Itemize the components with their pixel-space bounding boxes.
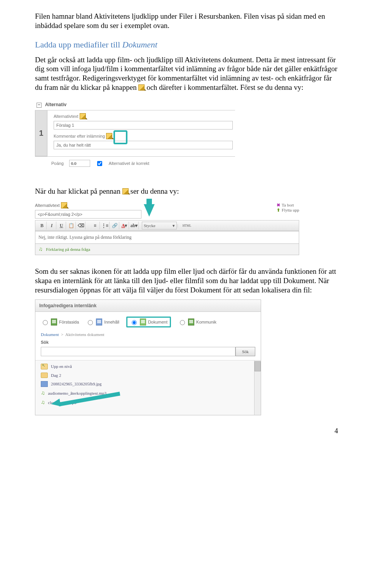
html-button[interactable]: HTML bbox=[178, 224, 193, 228]
unordered-list-button[interactable]: ⋮≡ bbox=[101, 222, 110, 229]
highlight-annotation bbox=[113, 130, 127, 144]
body-p3b: ser du denna vy: bbox=[131, 187, 179, 195]
tab-label: Innehåll bbox=[104, 320, 119, 324]
pencil-icon[interactable] bbox=[61, 202, 67, 208]
clear-button[interactable]: ⌫ bbox=[77, 222, 85, 229]
body-p2b: och därefter i kommentarfältet. Först se… bbox=[146, 83, 303, 91]
html-source-input[interactable]: <p>F&ouml;rslag 2</p> bbox=[35, 210, 141, 219]
correct-checkbox[interactable] bbox=[97, 161, 102, 166]
music-note-icon: ♫ bbox=[41, 390, 45, 396]
highlight-button[interactable]: ab▾ bbox=[130, 222, 139, 229]
tab-kommunik[interactable]: Kommunik bbox=[178, 318, 216, 326]
arrow-annotation bbox=[48, 392, 118, 412]
style-select[interactable]: Stycke▾ bbox=[142, 222, 177, 229]
scrollbar-thumb[interactable] bbox=[254, 361, 261, 371]
folder-up-icon bbox=[41, 364, 48, 369]
collapse-icon[interactable]: − bbox=[37, 103, 42, 108]
search-label: Sök bbox=[35, 340, 261, 346]
intro-paragraph: Filen hamnar bland Aktivitetens ljudklip… bbox=[35, 12, 338, 30]
points-label: Poäng bbox=[51, 161, 64, 166]
pencil-icon bbox=[138, 84, 145, 91]
remove-label: Ta bort bbox=[282, 203, 294, 207]
page-icon bbox=[140, 318, 146, 326]
page-icon bbox=[96, 318, 102, 326]
file-label: 2088242965_3336205fb9.jpg bbox=[51, 382, 101, 386]
tab-forstasida[interactable]: Förstasida bbox=[41, 318, 79, 326]
alternativ-title: Alternativ bbox=[45, 102, 66, 107]
points-input[interactable] bbox=[69, 160, 90, 167]
image-icon bbox=[41, 381, 48, 387]
arrow-up-icon: ⬆ bbox=[277, 208, 280, 212]
search-input[interactable] bbox=[41, 347, 235, 356]
tab-dokument[interactable]: Dokument bbox=[126, 317, 171, 327]
section-heading: Ladda upp mediafiler till Dokument bbox=[35, 40, 338, 50]
file-list: Upp en nivå Dag 2 2088242965_3336205fb9.… bbox=[35, 360, 261, 415]
moveup-label: Flytta upp bbox=[282, 208, 299, 212]
alt-text-input[interactable] bbox=[54, 121, 233, 130]
breadcrumb-root[interactable]: Dokument bbox=[41, 332, 59, 337]
attachment-link[interactable]: ♫ Förklaring på denna fråga bbox=[35, 244, 299, 255]
style-label: Stycke bbox=[144, 223, 155, 228]
tab-label: Förstasida bbox=[59, 320, 79, 324]
music-note-icon: ♫ bbox=[38, 246, 43, 252]
correct-label: Alternativet är korrekt bbox=[109, 161, 150, 166]
moveup-action[interactable]: ⬆Flytta upp bbox=[277, 208, 299, 213]
editor-panel: Alternativtext <p>F&ouml;rslag 2</p> ✖Ta… bbox=[35, 203, 299, 255]
search-button[interactable]: Sök bbox=[235, 347, 255, 356]
breadcrumb-current: Aktivitetens dokument bbox=[65, 332, 105, 337]
scrollbar[interactable] bbox=[254, 360, 261, 415]
rich-text-toolbar: B I U 📋 ⌫ ≡ ⋮≡ 🔗 A▾ ab▾ Stycke▾ HTML bbox=[35, 220, 299, 231]
link-dialog: Infoga/redigera internlänk Förstasida In… bbox=[35, 299, 261, 415]
paste-button[interactable]: 📋 bbox=[67, 222, 76, 229]
ordered-list-button[interactable]: ≡ bbox=[91, 222, 100, 229]
alternativ-panel: − Alternativ 1 Alternativtext Kommentar … bbox=[35, 100, 235, 171]
alternativ-header: − Alternativ bbox=[35, 100, 235, 110]
music-note-icon: ♫ bbox=[41, 399, 45, 406]
bold-button[interactable]: B bbox=[38, 222, 47, 229]
heading-emphasis: Dokument bbox=[122, 40, 157, 49]
folder-row[interactable]: Dag 2 bbox=[41, 371, 255, 380]
arrow-annotation bbox=[144, 204, 155, 217]
link-button[interactable]: 🔗 bbox=[110, 222, 119, 229]
file-up-row[interactable]: Upp en nivå bbox=[41, 362, 255, 371]
body-paragraph-4: Som du ser saknas ikonen för att ladda u… bbox=[35, 267, 338, 294]
pencil-icon bbox=[122, 188, 129, 194]
comment-input[interactable] bbox=[54, 141, 233, 149]
attachment-label: Förklaring på denna fråga bbox=[46, 247, 90, 252]
body-paragraph-1: Det går också att ladda upp film- och lj… bbox=[35, 55, 338, 92]
alt-text-label: Alternativtext bbox=[54, 114, 78, 118]
delete-icon: ✖ bbox=[277, 203, 280, 207]
breadcrumb: Dokument > Aktivitetens dokument bbox=[35, 332, 261, 340]
dialog-title: Infoga/redigera internlänk bbox=[35, 300, 261, 312]
tab-innehall[interactable]: Innehåll bbox=[86, 318, 119, 326]
file-label: Dag 2 bbox=[51, 373, 61, 378]
tab-label: Dokument bbox=[148, 320, 167, 324]
chevron-down-icon: ▾ bbox=[173, 223, 175, 228]
italic-button[interactable]: I bbox=[47, 222, 56, 229]
image-file-row[interactable]: 2088242965_3336205fb9.jpg bbox=[41, 380, 255, 388]
page-icon bbox=[188, 318, 194, 326]
alt-text-label: Alternativtext bbox=[35, 203, 60, 208]
heading-prefix: Ladda upp mediafiler till bbox=[35, 40, 122, 49]
page-number: 4 bbox=[35, 427, 338, 435]
file-label: Upp en nivå bbox=[51, 364, 72, 369]
body-p3a: När du har klickat på pennan bbox=[35, 187, 120, 195]
editor-textarea[interactable]: Nej, inte riktigt. Lyssna gärna på denna… bbox=[35, 231, 299, 244]
pencil-icon[interactable] bbox=[106, 133, 112, 139]
tab-label: Kommunik bbox=[196, 320, 216, 324]
alternative-number: 1 bbox=[35, 110, 47, 156]
text-color-button[interactable]: A▾ bbox=[120, 222, 129, 229]
comment-label: Kommentar efter inlämning bbox=[54, 133, 105, 138]
page-icon bbox=[51, 318, 57, 326]
remove-action[interactable]: ✖Ta bort bbox=[277, 203, 299, 208]
folder-icon bbox=[41, 373, 48, 378]
pencil-icon[interactable] bbox=[80, 113, 86, 119]
underline-button[interactable]: U bbox=[57, 222, 66, 229]
